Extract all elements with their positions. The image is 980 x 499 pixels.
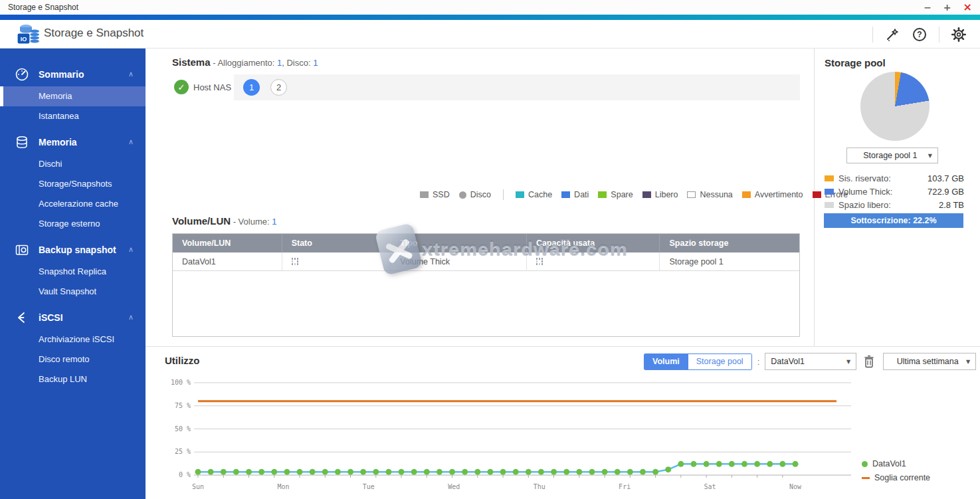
volume-count: 1 [272,217,276,227]
app-window: Storage e Snapshot − + × IO Storage e Sn… [0,0,980,499]
storage-pool-select-value: Storage pool 1 [852,151,928,160]
legend-disco: Disco [459,190,491,199]
usage-section-heading: Utilizzo [165,355,200,366]
svg-text:Sun: Sun [192,483,204,490]
chevron-up-icon[interactable]: ∧ [128,138,134,146]
avvertimento-swatch [742,191,751,198]
settings-gear-icon[interactable] [951,27,967,43]
storage-pool-legend: Sis. riservato: 103.7 GB Volume Thick: 7… [825,171,964,211]
sidebar-section-iscsi[interactable]: iSCSI ∧ [0,305,146,330]
svg-text:Tue: Tue [363,483,375,490]
chevron-up-icon[interactable]: ∧ [128,70,134,78]
sidebar-section-sommario[interactable]: Sommario ∧ [0,62,146,86]
sidebar-item-memoria-sommario[interactable]: Memoria [0,86,146,106]
app-header: IO Storage e Snapshot ? [0,20,980,49]
toggle-volumi[interactable]: Volumi [644,354,688,369]
iscsi-arrow-icon [15,310,29,325]
disk-swatch [459,191,466,199]
magic-wand-icon[interactable] [884,27,900,43]
help-icon[interactable]: ? [912,27,928,43]
column-header[interactable]: Spazio storage [660,234,799,252]
usage-line-chart: 100 %75 %50 %25 %0 %SunMonTueWedThuFriSa… [146,377,860,499]
cell-volume-name: DataVol1 [173,252,282,270]
legend-ssd: SSD [420,190,450,199]
volume-select[interactable]: DataVol1 ▼ [765,353,856,370]
svg-text:IO: IO [21,36,27,43]
sidebar-item-dischi[interactable]: Dischi [0,154,146,174]
spazio-libero-value: 2.8 TB [939,200,964,210]
legend-datavol1: DataVol1 [862,459,930,468]
sidebar-section-backup-snapshot[interactable]: Backup snapshot ∧ [0,237,146,262]
maximize-button[interactable]: + [943,0,951,15]
errore-swatch [813,191,821,198]
legend-libero: Libero [642,190,678,199]
column-header[interactable]: Capacità usata [527,234,660,252]
chart-legend: DataVol1 Soglia corrente [862,459,930,482]
sis-riservato-value: 103.7 GB [928,173,964,183]
svg-text:75 %: 75 % [175,402,191,409]
period-select[interactable]: Ultima settimana ▼ [883,353,976,370]
svg-text:50 %: 50 % [175,425,191,433]
subscription-status-bar[interactable]: Sottoscrizione: 22.2% [824,213,963,228]
svg-text:Sat: Sat [704,483,716,490]
storage-pool-pie-chart [860,72,930,141]
cell-tipo: Volume Thick [391,252,527,270]
enclosure-badge-1[interactable]: 1 [243,79,260,96]
trash-icon[interactable] [862,353,876,370]
divider [939,27,939,43]
table-header-row: Volume/LUN Stato Tipo Capacità usata Spa… [173,234,799,252]
sidebar-item-disco-remoto[interactable]: Disco remoto [0,349,146,369]
disk-count: 1 [313,58,318,68]
table-row[interactable]: DataVol1 Volume Thick Storage pool 1 [173,252,799,271]
sidebar-section-label: Memoria [39,137,128,148]
app-title: Storage e Snapshot [44,27,144,40]
sis-riservato-swatch [825,175,834,181]
nessuna-swatch [687,191,696,198]
legend-nessuna: Nessuna [687,190,732,199]
loading-icon [536,258,543,265]
legend-soglia-corrente: Soglia corrente [862,473,930,482]
column-header[interactable]: Volume/LUN [173,234,282,252]
disks-icon [15,135,29,150]
legend-cache: Cache [516,190,552,199]
sidebar-item-accelerazione-cache[interactable]: Accelerazione cache [0,194,146,214]
enclosure-badge-2[interactable]: 2 [270,79,287,96]
chevron-up-icon[interactable]: ∧ [128,313,134,322]
sidebar: Sommario ∧ Memoria Istantanea Memoria ∧ … [0,49,146,499]
legend-dati: Dati [561,190,589,199]
svg-text:Now: Now [789,483,802,490]
volume-section-heading: Volume/LUN - Volume: 1 [172,215,276,227]
sidebar-item-storage-snapshots[interactable]: Storage/Snapshots [0,174,146,194]
datavol1-marker [862,461,868,467]
volume-thick-value: 722.9 GB [928,187,964,197]
window-titlebar: Storage e Snapshot − + × [0,0,980,15]
spare-swatch [598,191,607,198]
storage-pool-select[interactable]: Storage pool 1 ▼ [846,148,938,163]
sidebar-item-backup-lun[interactable]: Backup LUN [0,369,146,389]
column-header[interactable]: Tipo [391,234,527,252]
sidebar-item-storage-esterno[interactable]: Storage esterno [0,214,146,234]
cell-stato [282,252,391,270]
main-content: Sistema - Alloggiamento: 1, Disco: 1 1 2… [146,49,980,499]
legend-avvertimento: Avvertimento [742,190,803,199]
usage-controls: Volumi Storage pool : DataVol1 ▼ [644,353,976,370]
sidebar-item-vault-snapshot[interactable]: Vault Snapshot [0,282,146,302]
soglia-marker [862,477,870,479]
toggle-storage-pool[interactable]: Storage pool [688,354,751,369]
system-title: Sistema [172,56,211,68]
divider [503,189,504,200]
minimize-button[interactable]: − [924,0,931,15]
legend-volume-thick: Volume Thick: 722.9 GB [825,185,964,198]
close-button[interactable]: × [963,0,972,15]
sidebar-item-snapshot-replica[interactable]: Snapshot Replica [0,262,146,282]
sidebar-item-archiviazione-iscsi[interactable]: Archiviazione iSCSI [0,330,146,349]
chevron-up-icon[interactable]: ∧ [128,245,134,254]
sidebar-section-memoria[interactable]: Memoria ∧ [0,130,146,154]
divider [146,346,980,347]
sidebar-item-istantanea[interactable]: Istantanea [0,106,146,126]
column-header[interactable]: Stato [282,234,391,252]
ssd-swatch [420,191,429,198]
system-section-heading: Sistema - Alloggiamento: 1, Disco: 1 [172,56,318,68]
storage-pool-panel-title: Storage pool [825,57,886,68]
cell-capacita [527,252,660,270]
